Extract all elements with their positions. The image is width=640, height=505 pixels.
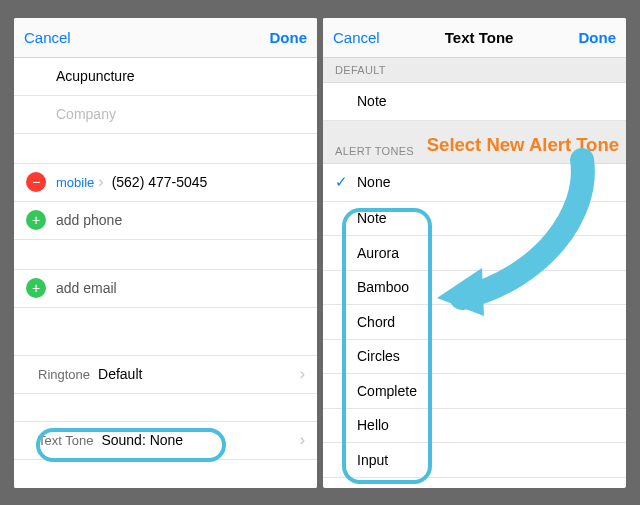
company-name-row[interactable]: Acupuncture <box>14 58 317 96</box>
company-placeholder: Company <box>56 106 116 122</box>
tone-row[interactable]: Aurora <box>323 236 626 271</box>
spacer <box>14 134 317 164</box>
add-phone-row[interactable]: + add phone <box>14 202 317 240</box>
text-tone-row[interactable]: Text Tone Sound: None › <box>14 422 317 460</box>
tone-label: Input <box>357 452 388 468</box>
spacer <box>14 394 317 422</box>
phone-label[interactable]: mobile <box>56 175 94 190</box>
phone-value[interactable]: (562) 477-5045 <box>112 174 208 190</box>
tone-row[interactable]: Bamboo <box>323 271 626 306</box>
spacer <box>14 240 317 270</box>
text-tone-picker-screen: Cancel Text Tone Done DEFAULT Note ALERT… <box>323 18 626 488</box>
cancel-button[interactable]: Cancel <box>333 29 380 46</box>
section-header-default: DEFAULT <box>323 58 626 83</box>
tone-row[interactable]: Complete <box>323 374 626 409</box>
spacer <box>14 460 317 488</box>
navbar-title: Text Tone <box>380 29 579 46</box>
tone-label: Circles <box>357 348 400 364</box>
add-email-label: add email <box>56 280 117 296</box>
plus-icon: + <box>26 210 46 230</box>
chevron-right-icon: › <box>300 431 305 449</box>
done-button[interactable]: Done <box>270 29 308 46</box>
tone-label: Complete <box>357 383 417 399</box>
tone-label: Chord <box>357 314 395 330</box>
ringtone-row[interactable]: Ringtone Default › <box>14 356 317 394</box>
add-email-row[interactable]: + add email <box>14 270 317 308</box>
tone-row[interactable]: Chord <box>323 305 626 340</box>
spacer <box>14 308 317 356</box>
navbar: Cancel Done <box>14 18 317 58</box>
tone-label: None <box>357 174 390 190</box>
tone-label: Bamboo <box>357 279 409 295</box>
tone-row[interactable]: Hello <box>323 409 626 444</box>
add-phone-label: add phone <box>56 212 122 228</box>
phone-row[interactable]: − mobile › (562) 477-5045 <box>14 164 317 202</box>
plus-icon: + <box>26 278 46 298</box>
contact-edit-screen: Cancel Done Acupuncture Company − mobile… <box>14 18 317 488</box>
company-name-value: Acupuncture <box>56 68 135 84</box>
chevron-right-icon: › <box>300 365 305 383</box>
default-tone-row[interactable]: Note <box>323 83 626 121</box>
text-tone-value: Sound: None <box>101 432 183 448</box>
tone-label: Aurora <box>357 245 399 261</box>
navbar: Cancel Text Tone Done <box>323 18 626 58</box>
ringtone-value: Default <box>98 366 142 382</box>
tone-row-none[interactable]: ✓ None <box>323 164 626 202</box>
text-tone-label: Text Tone <box>38 433 93 448</box>
company-field-row[interactable]: Company <box>14 96 317 134</box>
check-icon: ✓ <box>335 173 357 191</box>
chevron-right-icon: › <box>98 173 103 191</box>
tone-label: Hello <box>357 417 389 433</box>
tone-row[interactable]: Circles <box>323 340 626 375</box>
done-button[interactable]: Done <box>579 29 617 46</box>
remove-icon[interactable]: − <box>26 172 46 192</box>
tone-label: Note <box>357 210 387 226</box>
tone-row[interactable]: Note <box>323 202 626 237</box>
ringtone-label: Ringtone <box>38 367 90 382</box>
callout-text: Select New Alert Tone <box>404 134 619 156</box>
default-tone-label: Note <box>357 93 387 109</box>
tone-row[interactable]: Input <box>323 443 626 478</box>
tone-list: NoteAuroraBambooChordCirclesCompleteHell… <box>323 202 626 478</box>
cancel-button[interactable]: Cancel <box>24 29 71 46</box>
